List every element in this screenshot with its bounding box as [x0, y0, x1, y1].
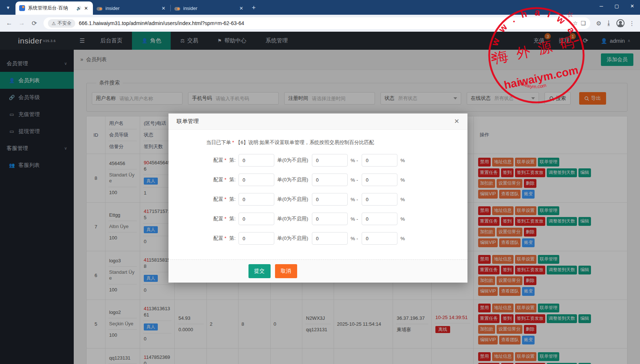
modal-close-icon[interactable]: ✕	[454, 118, 459, 125]
config-unit-label: 单(0为不启用)	[277, 196, 308, 203]
config-count-input[interactable]	[239, 174, 274, 186]
tab-sound-icon[interactable]: 🔊	[76, 6, 81, 11]
config-suffix: %	[400, 177, 405, 183]
tab-favicon	[19, 5, 25, 11]
browser-tab[interactable]: insider ✕	[171, 1, 248, 15]
tab-title: 系统管理后台·百纳	[28, 5, 75, 11]
config-label: 配置* 第:	[177, 196, 236, 203]
bookmark-star-icon[interactable]: ☆	[573, 20, 578, 27]
config-percent-max-input[interactable]	[362, 213, 397, 225]
config-row: 配置* 第: 单(0为不启用) % - %	[177, 193, 453, 206]
config-unit-label: 单(0为不启用)	[277, 157, 308, 164]
config-suffix: %	[400, 197, 405, 202]
address-bar[interactable]: ⚠ 不安全 666.1.haiwaiym31.top/admin#/admin/…	[44, 17, 590, 29]
url-text[interactable]: 666.1.haiwaiym31.top/admin#/admin/users/…	[79, 20, 570, 26]
modal-note-label: 当日已下单*	[177, 139, 236, 146]
extensions-icon[interactable]: ⚙	[596, 20, 601, 27]
config-percent-max-input[interactable]	[362, 154, 397, 167]
new-tab-button[interactable]: +	[252, 4, 256, 12]
config-separator: % -	[351, 216, 358, 222]
side-panel-icon[interactable]: ❏	[581, 20, 585, 27]
tab-title: insider	[183, 6, 238, 11]
config-separator: % -	[351, 177, 358, 183]
forward-icon[interactable]: →	[16, 18, 27, 29]
config-count-input[interactable]	[239, 232, 274, 245]
browser-tab[interactable]: 系统管理后台·百纳 🔊 ✕	[15, 1, 93, 15]
config-percent-max-input[interactable]	[362, 174, 397, 186]
config-row: 配置* 第: 单(0为不启用) % - %	[177, 154, 453, 167]
config-unit-label: 单(0为不启用)	[277, 235, 308, 242]
close-window-button[interactable]: ✕	[625, 0, 640, 12]
linked-order-modal: 联单管理 ✕ 当日已下单* 【6】说明:如果不设置联单管理，系统按照交易控制百分…	[168, 113, 467, 283]
config-row: 配置* 第: 单(0为不启用) % - %	[177, 174, 453, 186]
config-percent-min-input[interactable]	[312, 213, 348, 225]
tab-close-icon[interactable]: ✕	[238, 6, 244, 11]
config-percent-min-input[interactable]	[312, 193, 348, 206]
modal-note-text: 【6】说明:如果不设置联单管理，系统按照交易控制百分比匹配	[236, 139, 374, 146]
config-label: 配置* 第:	[177, 176, 236, 183]
tab-close-icon[interactable]: ✕	[83, 6, 89, 11]
config-percent-min-input[interactable]	[312, 232, 348, 245]
maximize-button[interactable]: ▢	[609, 0, 625, 12]
config-label: 配置* 第:	[177, 235, 236, 242]
cancel-button[interactable]: 取消	[275, 264, 297, 278]
browser-menu-icon[interactable]: ⋮	[629, 20, 635, 27]
config-separator: % -	[351, 197, 358, 202]
minimize-button[interactable]: ─	[594, 0, 609, 12]
config-percent-max-input[interactable]	[362, 232, 397, 245]
modal-title: 联单管理	[177, 118, 199, 125]
config-count-input[interactable]	[239, 213, 274, 225]
tab-search-icon[interactable]: ▼	[3, 3, 13, 13]
back-icon[interactable]: ←	[4, 18, 15, 29]
config-unit-label: 单(0为不启用)	[277, 176, 308, 183]
config-label: 配置* 第:	[177, 216, 236, 222]
browser-toolbar: ← → ⟳ ⚠ 不安全 666.1.haiwaiym31.top/admin#/…	[0, 15, 640, 32]
download-icon[interactable]: ⭳	[606, 20, 612, 27]
config-percent-min-input[interactable]	[312, 174, 348, 186]
config-suffix: %	[400, 236, 405, 241]
config-percent-max-input[interactable]	[362, 193, 397, 206]
submit-button[interactable]: 提交	[248, 264, 271, 278]
tab-close-icon[interactable]: ✕	[160, 6, 167, 11]
config-count-input[interactable]	[239, 154, 274, 167]
config-row: 配置* 第: 单(0为不启用) % - %	[177, 213, 453, 225]
tab-favicon	[174, 7, 180, 11]
config-unit-label: 单(0为不启用)	[277, 216, 308, 222]
tab-favicon	[97, 7, 102, 11]
config-percent-min-input[interactable]	[312, 154, 348, 167]
config-count-input[interactable]	[239, 193, 274, 206]
config-suffix: %	[400, 158, 405, 163]
browser-titlebar: ▼ 系统管理后台·百纳 🔊 ✕ insider ✕ insider ✕ + ─ …	[0, 0, 640, 15]
config-separator: % -	[351, 236, 358, 241]
security-chip[interactable]: ⚠ 不安全	[48, 19, 75, 28]
config-row: 配置* 第: 单(0为不启用) % - %	[177, 232, 453, 245]
profile-avatar[interactable]	[616, 19, 625, 27]
browser-tab[interactable]: insider ✕	[93, 1, 170, 15]
config-label: 配置* 第:	[177, 157, 236, 164]
config-suffix: %	[400, 216, 405, 222]
tab-title: insider	[105, 6, 160, 11]
reload-icon[interactable]: ⟳	[29, 18, 40, 29]
config-separator: % -	[351, 158, 358, 163]
warning-icon: ⚠	[52, 21, 56, 26]
